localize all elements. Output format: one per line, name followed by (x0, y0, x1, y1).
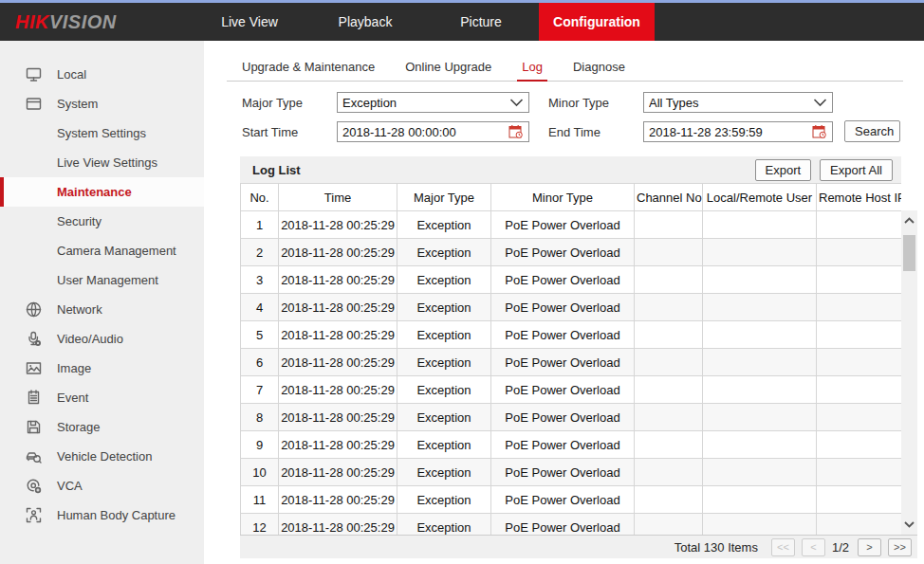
table-row[interactable]: 12018-11-28 00:25:29ExceptionPoE Power O… (241, 211, 902, 239)
calendar-icon[interactable] (508, 124, 524, 139)
cell-time: 2018-11-28 00:25:29 (279, 211, 397, 239)
sidebar-item-label: Vehicle Detection (57, 449, 152, 464)
tab-diagnose[interactable]: Diagnose (568, 54, 630, 82)
end-time-value: 2018-11-28 23:59:59 (649, 125, 812, 139)
sidebar-item-network[interactable]: Network (0, 295, 204, 324)
minor-type-select[interactable]: All Types (643, 92, 833, 113)
sidebar-item-label: VCA (57, 479, 83, 493)
cell-no: 9 (241, 431, 279, 459)
cell-time: 2018-11-28 00:25:29 (279, 486, 397, 514)
first-page-button[interactable]: << (771, 538, 795, 556)
monitor-icon (26, 66, 42, 82)
sidebar-item-user-management[interactable]: User Management (0, 265, 204, 295)
table-row[interactable]: 22018-11-28 00:25:29ExceptionPoE Power O… (241, 239, 902, 266)
cell-channel-no (635, 404, 703, 431)
cell-channel-no (635, 514, 703, 536)
next-page-button[interactable]: > (858, 538, 881, 556)
nav-items: Live ViewPlaybackPictureConfiguration (192, 3, 655, 41)
start-time-label: Start Time (242, 125, 298, 139)
table-row[interactable]: 82018-11-28 00:25:29ExceptionPoE Power O… (241, 404, 902, 431)
major-type-select[interactable]: Exception (337, 92, 529, 113)
end-time-input[interactable]: 2018-11-28 23:59:59 (643, 121, 833, 142)
sidebar-item-event[interactable]: Event (0, 383, 204, 412)
sidebar-item-label: Video/Audio (57, 332, 123, 346)
minor-type-value: All Types (649, 96, 813, 110)
export-button[interactable]: Export (755, 159, 812, 181)
start-time-input[interactable]: 2018-11-28 00:00:00 (337, 121, 529, 142)
table-scrollbar[interactable] (901, 210, 917, 535)
cell-remote-host-ip (817, 404, 902, 431)
prev-page-button[interactable]: < (802, 538, 825, 556)
table-row[interactable]: 32018-11-28 00:25:29ExceptionPoE Power O… (241, 266, 902, 294)
sidebar-item-live-view-settings[interactable]: Live View Settings (0, 148, 204, 177)
sidebar-item-label: System Settings (57, 126, 146, 140)
last-page-button[interactable]: >> (888, 538, 912, 556)
cell-time: 2018-11-28 00:25:29 (279, 266, 397, 294)
sidebar-item-vehicle-detection[interactable]: Vehicle Detection (0, 442, 204, 471)
table-row[interactable]: 72018-11-28 00:25:29ExceptionPoE Power O… (241, 376, 902, 404)
scrollbar-thumb[interactable] (903, 235, 915, 271)
main-content: Upgrade & MaintenanceOnline UpgradeLogDi… (204, 41, 924, 564)
search-button[interactable]: Search (844, 120, 900, 142)
nav-item-live-view[interactable]: Live View (192, 3, 307, 41)
cell-time: 2018-11-28 00:25:29 (279, 459, 397, 486)
sidebar-item-storage[interactable]: Storage (0, 412, 204, 442)
cell-channel-no (635, 431, 703, 459)
cell-no: 2 (241, 239, 279, 266)
sidebar-item-human-body-capture[interactable]: Human Body Capture (0, 500, 204, 530)
end-time-label: End Time (548, 125, 601, 139)
tab-log[interactable]: Log (517, 54, 547, 82)
vca-icon (26, 478, 42, 494)
calendar-icon[interactable] (812, 124, 827, 139)
table-body: 12018-11-28 00:25:29ExceptionPoE Power O… (241, 211, 902, 536)
table-row[interactable]: 112018-11-28 00:25:29ExceptionPoE Power … (241, 486, 902, 514)
cell-remote-host-ip (817, 321, 902, 349)
sidebar-item-image[interactable]: Image (0, 354, 204, 383)
cell-channel-no (635, 211, 703, 239)
column-header: Channel No. (635, 184, 703, 211)
cell-local-remote-user (703, 486, 817, 514)
cell-time: 2018-11-28 00:25:29 (279, 239, 397, 266)
cell-major-type: Exception (397, 404, 491, 431)
sidebar-item-local[interactable]: Local (0, 60, 204, 89)
cell-local-remote-user (703, 404, 817, 431)
table-row[interactable]: 102018-11-28 00:25:29ExceptionPoE Power … (241, 459, 902, 486)
sidebar-item-system[interactable]: System (0, 89, 204, 118)
scroll-up-icon[interactable] (901, 212, 917, 228)
column-header: Time (279, 184, 397, 211)
major-type-value: Exception (342, 96, 509, 110)
cell-no: 6 (241, 349, 279, 376)
sidebar-item-system-settings[interactable]: System Settings (0, 118, 204, 148)
tab-online-upgrade[interactable]: Online Upgrade (400, 54, 496, 82)
event-icon (26, 390, 42, 406)
sidebar-item-maintenance[interactable]: Maintenance (0, 177, 204, 207)
tab-upgrade-maintenance[interactable]: Upgrade & Maintenance (237, 54, 379, 82)
table-row[interactable]: 62018-11-28 00:25:29ExceptionPoE Power O… (241, 349, 902, 376)
cell-minor-type: PoE Power Overload (491, 431, 635, 459)
major-type-label: Major Type (242, 96, 303, 110)
export-all-button[interactable]: Export All (820, 159, 893, 181)
cell-channel-no (635, 294, 703, 321)
table-row[interactable]: 92018-11-28 00:25:29ExceptionPoE Power O… (241, 431, 902, 459)
table-row[interactable]: 122018-11-28 00:25:29ExceptionPoE Power … (241, 514, 902, 536)
table-row[interactable]: 42018-11-28 00:25:29ExceptionPoE Power O… (241, 294, 902, 321)
sidebar-item-label: Event (57, 391, 88, 405)
nav-item-configuration[interactable]: Configuration (539, 3, 655, 41)
scroll-down-icon[interactable] (901, 517, 917, 533)
cell-no: 5 (241, 321, 279, 349)
nav-item-playback[interactable]: Playback (307, 3, 423, 41)
cell-remote-host-ip (817, 431, 902, 459)
cell-time: 2018-11-28 00:25:29 (279, 349, 397, 376)
sidebar-item-camera-management[interactable]: Camera Management (0, 236, 204, 265)
sidebar-item-vca[interactable]: VCA (0, 471, 204, 500)
logo-vision: VISION (49, 11, 117, 32)
cell-no: 1 (241, 211, 279, 239)
cell-minor-type: PoE Power Overload (491, 211, 635, 239)
table-row[interactable]: 52018-11-28 00:25:29ExceptionPoE Power O… (241, 321, 902, 349)
sidebar-item-video-audio[interactable]: Video/Audio (0, 324, 204, 354)
sidebar-item-label: Image (57, 361, 91, 375)
sidebar-item-security[interactable]: Security (0, 207, 204, 236)
cell-local-remote-user (703, 239, 817, 266)
sidebar: LocalSystemSystem SettingsLive View Sett… (0, 41, 204, 564)
nav-item-picture[interactable]: Picture (423, 3, 539, 41)
